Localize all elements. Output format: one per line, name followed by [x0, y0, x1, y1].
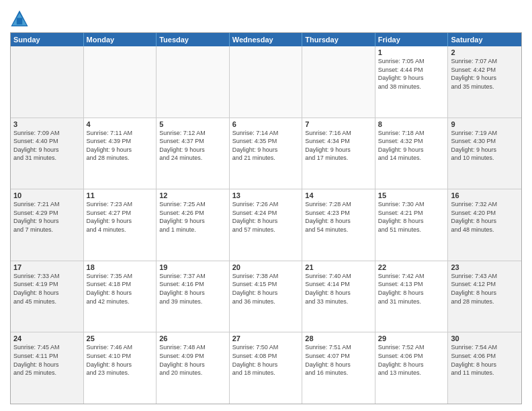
day-number: 4	[87, 120, 154, 128]
calendar-row-4: 24Sunrise: 7:45 AMSunset: 4:11 PMDayligh…	[11, 332, 521, 404]
calendar-row-1: 3Sunrise: 7:09 AMSunset: 4:40 PMDaylight…	[11, 118, 521, 190]
calendar-cell	[302, 46, 375, 118]
calendar-cell: 11Sunrise: 7:23 AMSunset: 4:27 PMDayligh…	[84, 189, 157, 261]
day-info: Sunrise: 7:14 AMSunset: 4:35 PMDaylight:…	[232, 129, 300, 163]
calendar-cell: 27Sunrise: 7:50 AMSunset: 4:08 PMDayligh…	[230, 332, 303, 404]
day-number: 10	[13, 191, 81, 199]
day-number: 11	[87, 191, 154, 199]
day-number: 20	[232, 263, 300, 271]
day-info: Sunrise: 7:52 AMSunset: 4:06 PMDaylight:…	[378, 343, 445, 377]
day-info: Sunrise: 7:28 AMSunset: 4:23 PMDaylight:…	[305, 200, 372, 234]
day-info: Sunrise: 7:11 AMSunset: 4:39 PMDaylight:…	[87, 129, 154, 163]
day-number: 18	[87, 263, 154, 271]
header-day-sunday: Sunday	[11, 33, 84, 46]
header-day-thursday: Thursday	[302, 33, 375, 46]
calendar-cell	[157, 46, 230, 118]
day-info: Sunrise: 7:16 AMSunset: 4:34 PMDaylight:…	[305, 129, 372, 163]
day-info: Sunrise: 7:35 AMSunset: 4:18 PMDaylight:…	[87, 272, 154, 306]
header	[10, 7, 522, 28]
header-day-tuesday: Tuesday	[157, 33, 230, 46]
day-info: Sunrise: 7:38 AMSunset: 4:15 PMDaylight:…	[232, 272, 300, 306]
day-info: Sunrise: 7:42 AMSunset: 4:13 PMDaylight:…	[378, 272, 445, 306]
day-number: 1	[378, 48, 445, 56]
day-number: 16	[451, 191, 519, 199]
calendar-cell: 12Sunrise: 7:25 AMSunset: 4:26 PMDayligh…	[157, 189, 230, 261]
calendar-cell: 3Sunrise: 7:09 AMSunset: 4:40 PMDaylight…	[11, 118, 84, 189]
calendar-cell: 26Sunrise: 7:48 AMSunset: 4:09 PMDayligh…	[157, 332, 230, 404]
day-number: 24	[13, 334, 81, 342]
svg-rect-2	[17, 18, 22, 25]
day-info: Sunrise: 7:05 AMSunset: 4:44 PMDaylight:…	[378, 57, 445, 91]
day-info: Sunrise: 7:18 AMSunset: 4:32 PMDaylight:…	[378, 129, 445, 163]
calendar-cell: 13Sunrise: 7:26 AMSunset: 4:24 PMDayligh…	[230, 189, 303, 261]
calendar-cell: 2Sunrise: 7:07 AMSunset: 4:42 PMDaylight…	[448, 46, 521, 118]
calendar-cell: 24Sunrise: 7:45 AMSunset: 4:11 PMDayligh…	[11, 332, 84, 404]
day-info: Sunrise: 7:12 AMSunset: 4:37 PMDaylight:…	[159, 129, 226, 163]
day-number: 2	[451, 48, 519, 56]
header-day-friday: Friday	[375, 33, 449, 46]
day-info: Sunrise: 7:51 AMSunset: 4:07 PMDaylight:…	[305, 343, 372, 377]
day-number: 29	[378, 334, 445, 342]
day-info: Sunrise: 7:50 AMSunset: 4:08 PMDaylight:…	[232, 343, 300, 377]
header-day-monday: Monday	[84, 33, 157, 46]
day-info: Sunrise: 7:43 AMSunset: 4:12 PMDaylight:…	[451, 272, 519, 306]
day-info: Sunrise: 7:07 AMSunset: 4:42 PMDaylight:…	[451, 57, 519, 91]
day-number: 3	[13, 120, 81, 128]
day-info: Sunrise: 7:37 AMSunset: 4:16 PMDaylight:…	[159, 272, 226, 306]
calendar-cell: 29Sunrise: 7:52 AMSunset: 4:06 PMDayligh…	[375, 332, 449, 404]
day-info: Sunrise: 7:40 AMSunset: 4:14 PMDaylight:…	[305, 272, 372, 306]
day-number: 28	[305, 334, 372, 342]
calendar-cell: 23Sunrise: 7:43 AMSunset: 4:12 PMDayligh…	[448, 261, 521, 332]
calendar-cell: 16Sunrise: 7:32 AMSunset: 4:20 PMDayligh…	[448, 189, 521, 261]
calendar-row-0: 1Sunrise: 7:05 AMSunset: 4:44 PMDaylight…	[11, 46, 521, 118]
day-number: 22	[378, 263, 445, 271]
calendar-cell: 7Sunrise: 7:16 AMSunset: 4:34 PMDaylight…	[302, 118, 375, 189]
calendar-cell: 22Sunrise: 7:42 AMSunset: 4:13 PMDayligh…	[375, 261, 449, 332]
day-info: Sunrise: 7:23 AMSunset: 4:27 PMDaylight:…	[87, 200, 154, 234]
day-info: Sunrise: 7:26 AMSunset: 4:24 PMDaylight:…	[232, 200, 300, 234]
day-number: 5	[159, 120, 226, 128]
day-info: Sunrise: 7:19 AMSunset: 4:30 PMDaylight:…	[451, 129, 519, 163]
day-number: 27	[232, 334, 300, 342]
calendar-cell: 18Sunrise: 7:35 AMSunset: 4:18 PMDayligh…	[84, 261, 157, 332]
calendar-cell: 19Sunrise: 7:37 AMSunset: 4:16 PMDayligh…	[157, 261, 230, 332]
day-info: Sunrise: 7:45 AMSunset: 4:11 PMDaylight:…	[13, 343, 81, 377]
day-info: Sunrise: 7:46 AMSunset: 4:10 PMDaylight:…	[87, 343, 154, 377]
day-info: Sunrise: 7:32 AMSunset: 4:20 PMDaylight:…	[451, 200, 519, 234]
day-number: 8	[378, 120, 445, 128]
day-info: Sunrise: 7:25 AMSunset: 4:26 PMDaylight:…	[159, 200, 226, 234]
calendar-cell: 9Sunrise: 7:19 AMSunset: 4:30 PMDaylight…	[448, 118, 521, 189]
day-number: 30	[451, 334, 519, 342]
day-number: 21	[305, 263, 372, 271]
calendar: SundayMondayTuesdayWednesdayThursdayFrid…	[10, 32, 522, 404]
page: SundayMondayTuesdayWednesdayThursdayFrid…	[0, 0, 532, 411]
day-number: 15	[378, 191, 445, 199]
calendar-row-3: 17Sunrise: 7:33 AMSunset: 4:19 PMDayligh…	[11, 261, 521, 333]
day-number: 6	[232, 120, 300, 128]
calendar-cell: 10Sunrise: 7:21 AMSunset: 4:29 PMDayligh…	[11, 189, 84, 261]
day-number: 12	[159, 191, 226, 199]
day-info: Sunrise: 7:33 AMSunset: 4:19 PMDaylight:…	[13, 272, 81, 306]
day-number: 7	[305, 120, 372, 128]
calendar-row-2: 10Sunrise: 7:21 AMSunset: 4:29 PMDayligh…	[11, 189, 521, 261]
calendar-cell: 17Sunrise: 7:33 AMSunset: 4:19 PMDayligh…	[11, 261, 84, 332]
calendar-cell: 25Sunrise: 7:46 AMSunset: 4:10 PMDayligh…	[84, 332, 157, 404]
day-number: 17	[13, 263, 81, 271]
calendar-cell: 15Sunrise: 7:30 AMSunset: 4:21 PMDayligh…	[375, 189, 449, 261]
calendar-cell: 20Sunrise: 7:38 AMSunset: 4:15 PMDayligh…	[230, 261, 303, 332]
day-number: 26	[159, 334, 226, 342]
calendar-body: 1Sunrise: 7:05 AMSunset: 4:44 PMDaylight…	[11, 46, 521, 404]
day-number: 25	[87, 334, 154, 342]
calendar-header: SundayMondayTuesdayWednesdayThursdayFrid…	[11, 33, 521, 46]
calendar-cell	[230, 46, 303, 118]
day-number: 13	[232, 191, 300, 199]
day-info: Sunrise: 7:48 AMSunset: 4:09 PMDaylight:…	[159, 343, 226, 377]
day-info: Sunrise: 7:21 AMSunset: 4:29 PMDaylight:…	[13, 200, 81, 234]
day-number: 14	[305, 191, 372, 199]
calendar-cell	[84, 46, 157, 118]
day-info: Sunrise: 7:30 AMSunset: 4:21 PMDaylight:…	[378, 200, 445, 234]
header-day-saturday: Saturday	[448, 33, 521, 46]
day-info: Sunrise: 7:54 AMSunset: 4:06 PMDaylight:…	[451, 343, 519, 377]
calendar-cell: 28Sunrise: 7:51 AMSunset: 4:07 PMDayligh…	[302, 332, 375, 404]
calendar-cell: 5Sunrise: 7:12 AMSunset: 4:37 PMDaylight…	[157, 118, 230, 189]
